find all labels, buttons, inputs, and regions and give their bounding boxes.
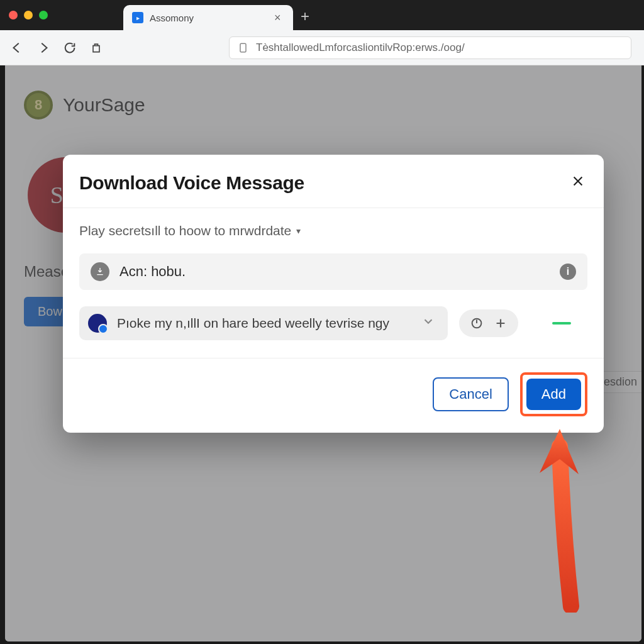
download-circle-icon xyxy=(91,262,109,281)
tab-favicon-icon xyxy=(132,12,143,23)
modal-body: Play secretsıll to hoow to mrwdrdate ▾ A… xyxy=(63,208,604,358)
modal-subtitle-dropdown[interactable]: Play secretsıll to hoow to mrwdrdate ▾ xyxy=(79,223,587,238)
action-pill xyxy=(459,309,518,337)
forward-button[interactable] xyxy=(36,41,50,55)
browser-tab[interactable]: Assomony × xyxy=(123,5,293,30)
reload-button[interactable] xyxy=(63,41,77,55)
voice-select-text: Pıoke my n,ıllI on hare beed weelly tevr… xyxy=(117,316,411,331)
url-text: TèshtallowedLmforcasliontilvRop:erws./oo… xyxy=(256,42,465,54)
window-maximize-button[interactable] xyxy=(39,11,48,19)
extensions-icon[interactable] xyxy=(89,41,103,55)
browser-toolbar: TèshtallowedLmforcasliontilvRop:erws./oo… xyxy=(0,30,644,65)
back-button[interactable] xyxy=(10,41,24,55)
tab-bar: Assomony × + xyxy=(123,0,309,30)
svg-rect-0 xyxy=(240,43,246,52)
tab-close-icon[interactable]: × xyxy=(274,13,284,23)
site-info-icon xyxy=(238,42,250,53)
voice-select[interactable]: Pıoke my n,ıllI on hare beed weelly tevr… xyxy=(79,306,448,340)
address-bar[interactable]: TèshtallowedLmforcasliontilvRop:erws./oo… xyxy=(229,36,631,59)
power-icon[interactable] xyxy=(469,316,484,331)
browser-titlebar: Assomony × + xyxy=(0,0,644,30)
window-close-button[interactable] xyxy=(9,11,18,19)
plus-icon[interactable] xyxy=(493,316,508,331)
remove-row-icon[interactable] xyxy=(552,322,571,325)
add-button[interactable]: Add xyxy=(526,379,581,410)
name-field-row[interactable]: Acn: hobu. i xyxy=(79,253,587,290)
info-icon[interactable]: i xyxy=(560,264,576,280)
modal-close-button[interactable] xyxy=(571,174,585,192)
page-viewport: 8 YourSage Sci Mease Bow lesdion Downloa… xyxy=(5,65,641,641)
modal-title: Download Voice Message xyxy=(79,172,304,194)
cancel-button[interactable]: Cancel xyxy=(433,377,508,411)
tab-title: Assomony xyxy=(150,13,268,23)
name-field-text: Acn: hobu. xyxy=(119,264,550,280)
modal-header: Download Voice Message xyxy=(63,155,604,208)
close-icon xyxy=(571,174,585,188)
voice-avatar-icon xyxy=(88,314,107,333)
window-controls xyxy=(9,11,48,19)
add-button-highlight: Add xyxy=(520,372,587,416)
modal-footer: Cancel Add xyxy=(63,358,604,433)
voice-select-row: Pıoke my n,ıllI on hare beed weelly tevr… xyxy=(79,306,587,340)
modal-subtitle-text: Play secretsıll to hoow to mrwdrdate xyxy=(79,223,291,238)
chevron-down-icon xyxy=(421,314,435,332)
caret-down-icon: ▾ xyxy=(296,226,301,236)
download-voice-modal: Download Voice Message Play secretsıll t… xyxy=(63,155,604,433)
window-minimize-button[interactable] xyxy=(24,11,33,19)
new-tab-button[interactable]: + xyxy=(301,8,309,30)
